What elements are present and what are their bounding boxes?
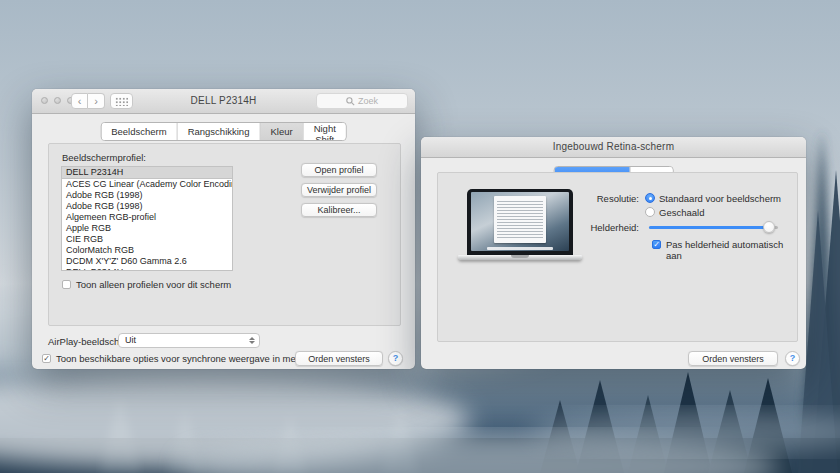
tab-beeldscherm[interactable]: Beeldscherm — [101, 123, 177, 140]
checkbox-auto-brightness[interactable]: ✓ — [652, 240, 661, 249]
profile-row-selected[interactable]: DELL P2314H — [62, 167, 232, 179]
radio-standard-resolution[interactable] — [645, 193, 655, 203]
display-pref-tabs: Beeldscherm Rangschikking Kleur Night Sh… — [100, 122, 347, 141]
profile-row[interactable]: ACES CG Linear (Academy Color Encoding S… — [62, 179, 232, 190]
checkbox-show-mirroring-options[interactable]: ✓ — [42, 354, 51, 363]
checkbox-show-mirroring-options-label: Toon beschikbare opties voor synchrone w… — [56, 353, 324, 364]
color-pane: Beeldschermprofiel: DELL P2314H ACES CG … — [48, 143, 401, 326]
open-profile-button[interactable]: Open profiel — [301, 163, 377, 177]
profile-row[interactable]: ColorMatch RGB — [62, 245, 232, 256]
tab-night-shift[interactable]: Night Shift — [304, 123, 346, 140]
back-button[interactable]: ‹ — [71, 93, 88, 109]
titlebar[interactable]: Ingebouwd Retina-scherm — [421, 137, 806, 158]
profile-row[interactable]: Adobe RGB (1998) — [62, 190, 232, 201]
brightness-slider-fill — [649, 226, 769, 229]
search-field[interactable]: Zoek — [316, 93, 408, 109]
calibrate-button[interactable]: Kalibreer... — [301, 203, 377, 217]
window-dell-display-prefs: ‹ › DELL P2314H Zoek Beeldscherm Rangsch… — [32, 89, 415, 369]
resolution-label: Resolutie: — [498, 193, 639, 204]
profile-row[interactable]: DCDM X'Y'Z' D60 Gamma 2.6 — [62, 256, 232, 267]
profile-row[interactable]: DELL P2314H — [62, 267, 232, 271]
gather-windows-button[interactable]: Orden vensters — [295, 351, 383, 366]
brightness-slider-knob[interactable] — [763, 221, 775, 233]
macbook-dock — [487, 247, 554, 250]
tab-rangschikking[interactable]: Rangschikking — [178, 123, 261, 140]
checkbox-show-only-profiles[interactable] — [62, 280, 71, 289]
display-pane: Resolutie: Standaard voor beeldscherm Ge… — [437, 172, 798, 342]
checkbox-auto-brightness-label: Pas helderheid automatisch aan — [666, 239, 797, 261]
airplay-dropdown[interactable]: Uit — [118, 333, 260, 348]
window-builtin-retina-prefs: Ingebouwd Retina-scherm Beeldscherm Kleu… — [421, 137, 806, 369]
close-button[interactable] — [41, 97, 48, 104]
remove-profile-button[interactable]: Verwijder profiel — [301, 183, 377, 197]
titlebar[interactable]: ‹ › DELL P2314H Zoek — [32, 89, 415, 114]
tab-kleur[interactable]: Kleur — [260, 123, 303, 140]
help-button[interactable]: ? — [388, 351, 403, 366]
minimize-button[interactable] — [54, 97, 61, 104]
profile-row[interactable]: Algemeen RGB-profiel — [62, 212, 232, 223]
radio-scaled-resolution-label: Geschaald — [659, 207, 704, 218]
radio-standard-resolution-label: Standaard voor beeldscherm — [659, 193, 781, 204]
brightness-label: Helderheid: — [498, 222, 639, 233]
help-button[interactable]: ? — [785, 351, 800, 366]
profile-list[interactable]: DELL P2314H ACES CG Linear (Academy Colo… — [61, 166, 233, 271]
search-placeholder: Zoek — [358, 96, 378, 106]
checkbox-show-only-profiles-label: Toon alleen profielen voor dit scherm — [76, 279, 231, 290]
brightness-slider[interactable] — [649, 221, 778, 233]
window-title: Ingebouwd Retina-scherm — [481, 141, 746, 152]
profile-list-label: Beeldschermprofiel: — [62, 152, 146, 163]
radio-scaled-resolution[interactable] — [645, 207, 655, 217]
macbook-notch — [511, 255, 529, 258]
profile-row[interactable]: Apple RGB — [62, 223, 232, 234]
airplay-value: Uit — [125, 335, 136, 345]
search-icon — [346, 97, 355, 106]
traffic-lights — [41, 97, 74, 104]
macbook-base — [458, 255, 582, 260]
gather-windows-button[interactable]: Orden vensters — [688, 351, 778, 366]
stepper-icon — [249, 337, 255, 345]
profile-row[interactable]: CIE RGB — [62, 234, 232, 245]
profile-row[interactable]: Adobe RGB (1998) — [62, 201, 232, 212]
